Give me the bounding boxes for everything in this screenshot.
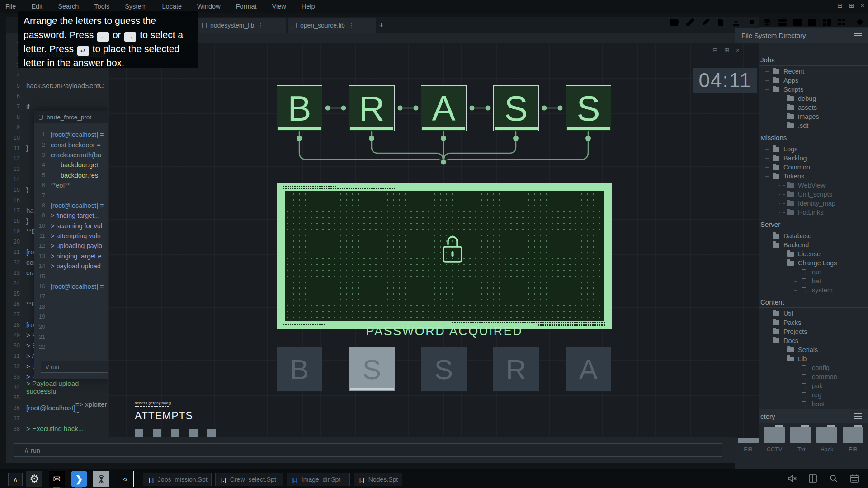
launcher-app-icon[interactable]: ❯ (71, 471, 87, 487)
code-text: > uploading paylo (51, 242, 102, 249)
taskbar-tab-jobs-mission[interactable]: [:] Jobs_mission.Spt (143, 473, 212, 486)
brute-force-popup: brute_force_prot 1 [root@localhost] = 2 … (34, 111, 108, 379)
tree-connector (779, 212, 785, 213)
tab-menu-icon[interactable]: ⋮ (258, 22, 264, 29)
menu-item[interactable]: Locate (162, 3, 182, 10)
line-number: 6 (34, 182, 45, 188)
line-number: 27 (6, 311, 20, 318)
taskbar-tab-label: Jobs_mission.Spt (158, 476, 208, 483)
window-controls: ⊟ ⊞ × (837, 2, 864, 9)
popup-tab[interactable]: brute_force_prot (34, 111, 108, 123)
tray-expand-button[interactable]: ∧ (8, 473, 23, 486)
folder-icon (787, 105, 794, 110)
arrow-right-key-icon: → (124, 32, 136, 42)
menu-item[interactable]: Window (197, 3, 221, 10)
code-line: 15 (34, 271, 108, 281)
folder-label: FIB (849, 446, 857, 453)
menu-item[interactable]: Edit (31, 3, 42, 10)
taskbar-tab-nodes[interactable]: [:] Nodes.Spt (354, 473, 402, 486)
mail-app-icon[interactable]: ✉ (49, 471, 65, 487)
code-text: > attempting vuln (51, 232, 101, 239)
letter-tile[interactable]: S (349, 347, 395, 391)
minimize-icon[interactable]: ⊟ (837, 2, 843, 9)
run-command-input[interactable]: // run (14, 443, 722, 457)
barcode-decoration (452, 322, 606, 323)
code-line: 16 [root@localhost] = (34, 282, 108, 291)
folder-icon (802, 269, 806, 275)
tab-menu-icon[interactable]: ⋮ (349, 22, 354, 29)
hamburger-icon[interactable] (854, 416, 862, 417)
code-text: } (26, 186, 28, 193)
folder-item[interactable]: CCTV (763, 427, 786, 453)
line-number: 8 (34, 202, 45, 209)
menu-item[interactable]: File (5, 3, 16, 10)
folder-item[interactable]: FIB (841, 427, 865, 453)
tree-item-label: Docs (783, 337, 798, 344)
menu-item[interactable]: Format (236, 3, 257, 10)
line-number: 29 (6, 332, 20, 338)
terminal-app-icon[interactable]: </ (116, 471, 134, 487)
tab-label: open_source.lib (300, 22, 345, 29)
letter-tile[interactable]: A (566, 347, 611, 391)
menu-item[interactable]: System (125, 3, 146, 10)
tree-connector (779, 108, 785, 108)
search-icon[interactable] (828, 473, 839, 484)
taskbar-tab-image-dir[interactable]: [:] Image_dir.Spt (287, 473, 350, 486)
code-line: 2 const backdoor = (34, 140, 108, 150)
folder-item[interactable]: Hack (815, 427, 839, 453)
folder-item[interactable]: .Txt (789, 427, 812, 453)
letter-tile[interactable]: B (277, 347, 322, 391)
new-tab-button[interactable]: + (379, 21, 384, 30)
code-line: 18 (34, 302, 108, 312)
gear-icon (856, 18, 864, 26)
code-text: [root@localhost] = (51, 283, 104, 290)
folder-icon (802, 287, 806, 293)
menu-item[interactable]: View (272, 3, 286, 10)
menu-item[interactable]: Search (58, 3, 79, 10)
tab-open-source-lib[interactable]: open_source.lib ⋮ (288, 18, 376, 33)
attempt-slot (189, 429, 198, 438)
attempts-block: access.getpayload() ATTEMPTS (135, 401, 216, 438)
tree-connector (779, 254, 785, 254)
tree-item-label: .boot (810, 400, 825, 408)
folder-label: .Txt (796, 446, 806, 453)
menu-item[interactable]: Help (302, 3, 315, 10)
folder-icon (773, 243, 779, 248)
folder-icon (773, 147, 779, 152)
line-number: 31 (6, 352, 20, 359)
hamburger-icon[interactable] (854, 35, 862, 36)
tree-connector (779, 263, 785, 263)
layers-icon (764, 19, 771, 26)
volume-muted-icon[interactable] (787, 473, 797, 484)
taskbar-tab-crew-select[interactable]: [:] Crew_select.Spt (215, 473, 283, 486)
tree-connector (779, 185, 785, 186)
calendar-icon[interactable] (849, 473, 860, 484)
panel-title: File System Directory (741, 32, 806, 39)
line-number: 19 (6, 228, 20, 235)
tab-nodesystem-lib[interactable]: nodesystem_lib ⋮ (198, 18, 286, 33)
letter-tile[interactable]: R (493, 347, 539, 391)
tree-connector (779, 359, 785, 359)
panels-icon (823, 19, 831, 26)
tree-item-label: assets (798, 104, 817, 111)
menu-item[interactable]: Tools (94, 3, 109, 10)
tree-item-label: images (798, 113, 819, 120)
split-view-icon[interactable] (807, 473, 818, 484)
tree-item-label: .common (810, 373, 837, 380)
popup-run-input[interactable]: // run (41, 361, 108, 373)
antenna-app-icon[interactable] (93, 471, 109, 487)
tree-connector (765, 158, 770, 159)
tree-connector (765, 332, 770, 332)
settings-app-icon[interactable]: ⚙ (26, 471, 42, 487)
code-line: 34 > Payload upload successfu (6, 382, 110, 392)
line-number: 12 (6, 155, 20, 162)
line-number: 21 (34, 334, 45, 340)
close-icon[interactable]: × (861, 2, 864, 9)
toolbar-icon-row[interactable] (670, 16, 868, 28)
letter-tile[interactable]: S (421, 347, 467, 391)
tree-item-label: Identity_map (798, 200, 835, 207)
editor-window: nodesystem_lib ⋮ open_source.lib ⋮ + 1 2… (6, 17, 759, 438)
maximize-icon[interactable]: ⊞ (849, 2, 854, 9)
folder-icon (773, 165, 779, 170)
micro-text: access.getpayload() (135, 401, 216, 405)
